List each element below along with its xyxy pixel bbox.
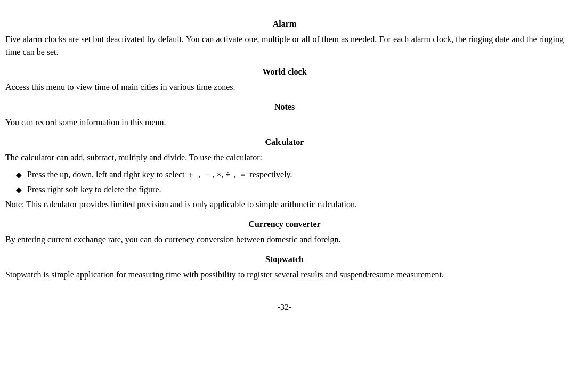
notes-text: You can record some information in this … bbox=[5, 116, 564, 129]
heading-world-clock: World clock bbox=[5, 67, 564, 77]
calculator-note: Note: This calculator provides limited p… bbox=[5, 198, 564, 211]
diamond-icon-1: ◆ bbox=[16, 169, 22, 181]
heading-alarm: Alarm bbox=[5, 19, 564, 29]
world-clock-text: Access this menu to view time of main ci… bbox=[5, 81, 564, 94]
heading-currency-converter: Currency converter bbox=[5, 219, 564, 229]
section-notes: Notes You can record some information in… bbox=[5, 102, 564, 129]
currency-converter-text: By entering current exchange rate, you c… bbox=[5, 233, 564, 246]
calculator-bullet-2-text: Press right soft key to delete the figur… bbox=[27, 183, 564, 196]
stopwatch-text: Stopwatch is simple application for meas… bbox=[5, 268, 564, 281]
alarm-text: Five alarm clocks are set but deactivate… bbox=[5, 33, 564, 59]
calculator-intro: The calculator can add, subtract, multip… bbox=[5, 151, 564, 164]
section-alarm: Alarm Five alarm clocks are set but deac… bbox=[5, 19, 564, 59]
heading-calculator: Calculator bbox=[5, 137, 564, 147]
diamond-icon-2: ◆ bbox=[16, 184, 22, 195]
calculator-bullet-1: ◆ Press the up, down, left and right key… bbox=[16, 168, 564, 181]
section-world-clock: World clock Access this menu to view tim… bbox=[5, 67, 564, 94]
heading-stopwatch: Stopwatch bbox=[5, 255, 564, 264]
calculator-bullet-2: ◆ Press right soft key to delete the fig… bbox=[16, 183, 564, 196]
page-number: -32- bbox=[5, 303, 564, 312]
heading-notes: Notes bbox=[5, 102, 564, 112]
section-calculator: Calculator The calculator can add, subtr… bbox=[5, 137, 564, 211]
section-stopwatch: Stopwatch Stopwatch is simple applicatio… bbox=[5, 255, 564, 281]
page-content: Alarm Five alarm clocks are set but deac… bbox=[5, 19, 564, 312]
section-currency-converter: Currency converter By entering current e… bbox=[5, 219, 564, 246]
calculator-bullet-1-text: Press the up, down, left and right key t… bbox=[27, 168, 564, 181]
